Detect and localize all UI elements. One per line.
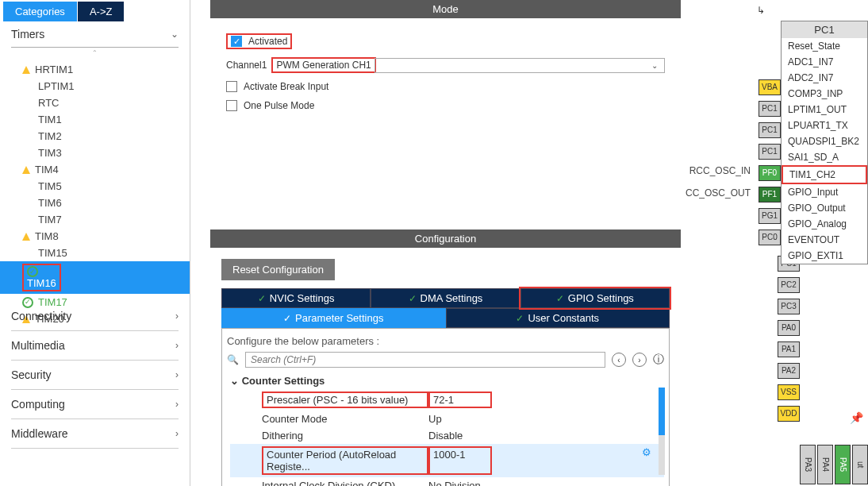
timer-item-tim8[interactable]: TIM8 [22,228,179,245]
reset-config-button[interactable]: Reset Configuration [221,259,335,280]
tab-user[interactable]: ✓User Constants [446,308,670,328]
ctx-item-tim1_ch2[interactable]: TIM1_CH2 [782,165,867,184]
next-icon[interactable]: › [632,353,647,367]
onepulse-label: One Pulse Mode [244,100,314,111]
scrollbar[interactable] [659,388,665,475]
group-multimedia[interactable]: Multimedia› [11,331,179,361]
param-name: Dithering [262,430,428,442]
timers-tree: HRTIM1LPTIM1RTCTIM1TIM2TIM3TIM4TIM5TIM6T… [0,58,190,330]
pin-pa4[interactable]: PA4 [817,445,833,484]
tab-gpio[interactable]: ✓GPIO Settings [520,288,670,308]
chevron-right-icon: › [175,428,179,439]
ctx-item-comp3_inp[interactable]: COMP3_INP [782,86,867,102]
chevron-right-icon: › [175,369,179,380]
pin-vdd[interactable]: VDD [778,406,800,422]
pin-pa3[interactable]: PA3 [800,445,816,484]
timer-label: TIM7 [38,214,62,226]
ctx-item-reset_state[interactable]: Reset_State [782,38,867,54]
timer-item-tim2[interactable]: TIM2 [22,128,179,145]
ctx-item-sai1_sd_a[interactable]: SAI1_SD_A [782,149,867,165]
gear-icon[interactable]: ⚙ [642,446,651,475]
channel1-dropdown[interactable]: ⌄ [374,58,665,73]
check-icon: ✓ [556,293,564,304]
ctx-item-lpuart1_tx[interactable]: LPUART1_TX [782,118,867,133]
timer-label: LPTIM1 [38,80,75,92]
info-icon[interactable]: ⓘ [653,353,664,367]
ctx-item-quadspi1_bk2[interactable]: QUADSPI1_BK2 [782,133,867,149]
pin-vba[interactable]: VBA [759,79,781,95]
timer-item-tim5[interactable]: TIM5 [22,178,179,195]
param-hint: Configure the below parameters : [227,334,664,352]
tab-nvic[interactable]: ✓NVIC Settings [221,288,371,308]
pin-pc1[interactable]: PC1 [759,122,781,138]
onepulse-checkbox[interactable] [226,100,237,111]
activated-checkbox[interactable]: ✓ [231,36,242,47]
check-icon: ✓ [258,293,266,304]
tab-parameter[interactable]: ✓Parameter Settings [221,308,446,328]
tab-categories[interactable]: Categories [3,2,77,21]
timer-item-lptim1[interactable]: LPTIM1 [22,78,179,94]
pin-ut[interactable]: ut [852,445,868,484]
sidebar-tabs: Categories A->Z [0,0,190,21]
ctx-item-adc2_in7[interactable]: ADC2_IN7 [782,70,867,86]
group-middleware[interactable]: Middleware› [11,419,179,449]
param-row[interactable]: Counter Period (AutoReload Registe...100… [230,444,664,477]
param-row[interactable]: Prescaler (PSC - 16 bits value)72-1 [230,389,664,411]
pin-pg1[interactable]: PG1 [759,208,781,224]
scroll-thumb[interactable] [659,388,665,435]
pinout-panel: ↳ PC1 Reset_StateADC1_IN7ADC2_IN7COMP3_I… [681,0,868,486]
ok-icon: ✓ [27,266,38,277]
ctx-item-lptim1_out[interactable]: LPTIM1_OUT [782,102,867,118]
timer-item-tim1[interactable]: TIM1 [22,111,179,128]
param-row[interactable]: DitheringDisable [230,427,664,444]
group-computing[interactable]: Computing› [11,390,179,419]
pin-pa0[interactable]: PA0 [778,320,800,336]
timer-label: TIM16 [27,277,56,289]
pin-pa1[interactable]: PA1 [778,341,800,357]
param-row[interactable]: Counter ModeUp [230,411,664,427]
param-name: Prescaler (PSC - 16 bits value) [262,392,428,408]
timer-item-rtc[interactable]: RTC [22,94,179,111]
pin-vss[interactable]: VSS [778,384,800,400]
ctx-item-gpio_input[interactable]: GPIO_Input [782,184,867,200]
timer-item-tim7[interactable]: TIM7 [22,211,179,228]
pin-pf0[interactable]: PF0 [759,165,781,181]
break-checkbox[interactable] [226,81,237,92]
pin-pf1[interactable]: PF1 [759,187,781,202]
timer-item-tim15[interactable]: TIM15 [22,245,179,261]
pin-pc2[interactable]: PC2 [778,277,800,293]
pin-pa5[interactable]: PA5 [835,445,851,484]
sidebar-groups: Connectivity› Multimedia› Security› Comp… [0,302,190,449]
pin-icon[interactable]: 📌 [850,411,863,424]
timer-label: TIM3 [38,147,62,159]
pin-pc1[interactable]: PC1 [759,144,781,160]
tab-az[interactable]: A->Z [78,2,125,21]
param-group-counter[interactable]: ⌄ Counter Settings [230,372,664,389]
config-title: Configuration [210,230,681,248]
prev-icon[interactable]: ‹ [612,353,626,367]
net-rcc-osc-in: RCC_OSC_IN [689,165,751,176]
ctx-item-gpio_output[interactable]: GPIO_Output [782,200,867,216]
timer-item-tim4[interactable]: TIM4 [22,161,179,178]
config-body: Reset Configuration ✓NVIC Settings ✓DMA … [210,248,681,486]
timer-item-tim16[interactable]: ✓TIM16 [0,261,190,294]
tab-dma[interactable]: ✓DMA Settings [371,288,520,308]
timer-item-tim6[interactable]: TIM6 [22,195,179,211]
drag-handle-icon[interactable]: ⌃ [0,48,190,58]
group-security[interactable]: Security› [11,361,179,390]
ctx-item-eventout[interactable]: EVENTOUT [782,232,867,248]
ctx-item-gpio_exti1[interactable]: GPIO_EXTI1 [782,248,867,264]
pin-pc1[interactable]: PC1 [759,101,781,117]
ctx-item-gpio_analog[interactable]: GPIO_Analog [782,216,867,232]
timer-item-tim3[interactable]: TIM3 [22,145,179,161]
ctx-item-adc1_in7[interactable]: ADC1_IN7 [782,54,867,70]
section-timers-header[interactable]: Timers ⌄ [11,21,179,48]
search-input[interactable] [245,352,605,368]
param-row[interactable]: Internal Clock Division (CKD)No Division [230,477,664,486]
pin-pc3[interactable]: PC3 [778,299,800,314]
timer-item-hrtim1[interactable]: HRTIM1 [22,61,179,78]
pin-pa2[interactable]: PA2 [778,363,800,379]
param-value: Up [428,413,492,425]
pin-pc0[interactable]: PC0 [759,230,781,245]
group-connectivity[interactable]: Connectivity› [11,302,179,331]
